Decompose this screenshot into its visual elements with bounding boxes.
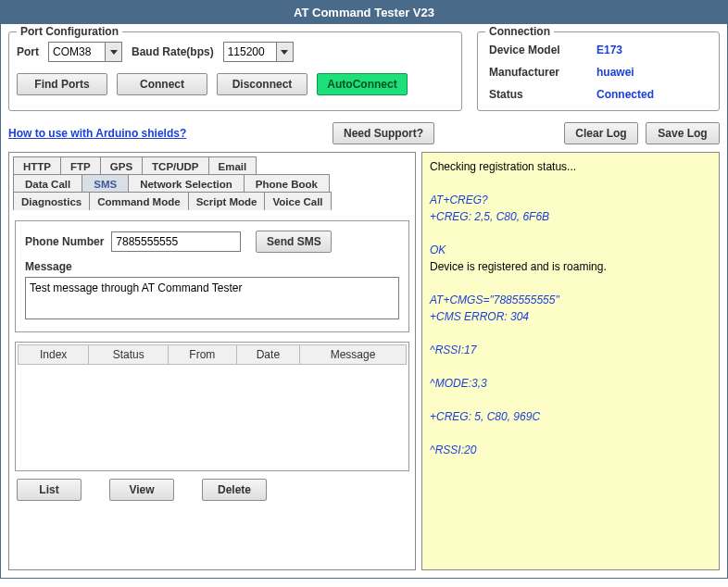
tab-email[interactable]: Email [208, 156, 257, 175]
log-line [430, 175, 711, 192]
port-btn-row: Find Ports Connect Disconnect AutoConnec… [17, 73, 454, 95]
log-line [430, 425, 711, 442]
port-row: Port Baud Rate(bps) [17, 42, 454, 62]
view-button[interactable]: View [109, 479, 174, 501]
tab-row-2: Data CallSMSNetwork SelectionPhone Book [13, 174, 411, 193]
baud-dropdown-arrow[interactable] [277, 42, 294, 62]
log-line [430, 225, 711, 242]
sms-col-status[interactable]: Status [89, 345, 169, 365]
tab-voice-call[interactable]: Voice Call [264, 192, 331, 210]
tabs-stack: HTTPFTPGPSTCP/UDPEmail Data CallSMSNetwo… [13, 156, 411, 209]
list-button[interactable]: List [17, 479, 82, 501]
baud-input[interactable] [223, 42, 277, 62]
connect-button[interactable]: Connect [117, 73, 207, 95]
log-panel: Checking registration status... AT+CREG?… [421, 152, 720, 570]
tab-tcp-udp[interactable]: TCP/UDP [142, 156, 208, 175]
tab-row-1: HTTPFTPGPSTCP/UDPEmail [13, 156, 411, 175]
log-line [430, 275, 711, 292]
log-line: +CREG: 5, C80, 969C [430, 408, 711, 425]
tab-command-mode[interactable]: Command Mode [89, 192, 188, 210]
sms-table: IndexStatusFromDateMessage [18, 344, 407, 365]
status-value: Connected [596, 88, 708, 101]
tab-ftp[interactable]: FTP [60, 156, 101, 175]
manufacturer-value: huawei [596, 66, 708, 79]
delete-button[interactable]: Delete [202, 479, 267, 501]
port-config-legend: Port Configuration [17, 25, 122, 38]
tab-script-mode[interactable]: Script Mode [188, 192, 266, 210]
message-textarea[interactable] [25, 277, 399, 319]
send-sms-button[interactable]: Send SMS [256, 231, 332, 253]
sms-table-wrap: IndexStatusFromDateMessage [15, 342, 409, 471]
tab-data-call[interactable]: Data Call [13, 174, 82, 193]
log-line: +CREG: 2,5, C80, 6F6B [430, 208, 711, 225]
app-window: AT Command Tester V23 Port Configuration… [0, 0, 728, 579]
need-support-button[interactable]: Need Support? [333, 122, 434, 144]
tab-phone-book[interactable]: Phone Book [244, 174, 330, 193]
connection-legend: Connection [485, 25, 554, 38]
left-panel: HTTPFTPGPSTCP/UDPEmail Data CallSMSNetwo… [8, 152, 416, 570]
tab-row-3: DiagnosticsCommand ModeScript ModeVoice … [13, 192, 411, 210]
message-label: Message [25, 260, 399, 273]
device-model-label: Device Model [489, 44, 591, 56]
log-line [430, 325, 711, 342]
tab-network-selection[interactable]: Network Selection [128, 174, 245, 193]
sms-form: Phone Number Send SMS Message [15, 220, 409, 332]
sms-bottom-btns: List View Delete [13, 471, 411, 501]
connection-fieldset: Connection Device Model E173 Manufacture… [477, 31, 720, 111]
phone-input[interactable] [111, 231, 241, 252]
port-label: Port [17, 45, 39, 58]
arduino-shields-link[interactable]: How to use with Arduino shields? [8, 127, 186, 140]
sms-col-from[interactable]: From [169, 345, 237, 365]
link-bar: How to use with Arduino shields? Need Su… [1, 119, 727, 152]
phone-row: Phone Number Send SMS [25, 231, 399, 253]
log-line: ^RSSI:17 [430, 342, 711, 358]
tab-diagnostics[interactable]: Diagnostics [13, 192, 90, 210]
log-line: AT+CREG? [430, 192, 711, 208]
top-section: Port Configuration Port Baud Rate(bps) F… [1, 24, 727, 119]
log-line: OK [430, 242, 711, 258]
manufacturer-label: Manufacturer [489, 66, 591, 79]
find-ports-button[interactable]: Find Ports [17, 73, 107, 95]
connection-grid: Device Model E173 Manufacturer huawei St… [485, 42, 711, 103]
disconnect-button[interactable]: Disconnect [217, 73, 308, 95]
baud-label: Baud Rate(bps) [132, 45, 214, 58]
log-line: ^MODE:3,3 [430, 375, 711, 392]
status-label: Status [489, 88, 591, 101]
save-log-button[interactable]: Save Log [646, 122, 720, 144]
tab-sms[interactable]: SMS [82, 174, 129, 193]
device-model-value: E173 [596, 44, 708, 56]
port-dropdown-arrow[interactable] [106, 42, 122, 62]
log-line: Checking registration status... [430, 158, 711, 175]
clear-log-button[interactable]: Clear Log [564, 122, 638, 144]
sms-col-index[interactable]: Index [19, 345, 89, 365]
tab-http[interactable]: HTTP [13, 156, 61, 175]
log-line: ^RSSI:20 [430, 442, 711, 458]
title-bar: AT Command Tester V23 [1, 1, 727, 24]
log-line [430, 358, 711, 375]
log-line: AT+CMGS="7885555555" [430, 292, 711, 308]
tab-gps[interactable]: GPS [100, 156, 143, 175]
port-select[interactable] [48, 42, 122, 62]
sms-col-date[interactable]: Date [236, 345, 299, 365]
log-line: +CMS ERROR: 304 [430, 308, 711, 325]
phone-label: Phone Number [25, 235, 104, 248]
port-input[interactable] [48, 42, 106, 62]
log-line: Device is registered and is roaming. [430, 258, 711, 275]
sms-col-message[interactable]: Message [300, 345, 407, 365]
main-section: HTTPFTPGPSTCP/UDPEmail Data CallSMSNetwo… [1, 152, 727, 578]
log-line [430, 392, 711, 408]
autoconnect-button[interactable]: AutoConnect [317, 73, 408, 95]
baud-select[interactable] [223, 42, 294, 62]
log-btns: Clear Log Save Log [564, 122, 720, 144]
port-config-fieldset: Port Configuration Port Baud Rate(bps) F… [8, 31, 462, 111]
